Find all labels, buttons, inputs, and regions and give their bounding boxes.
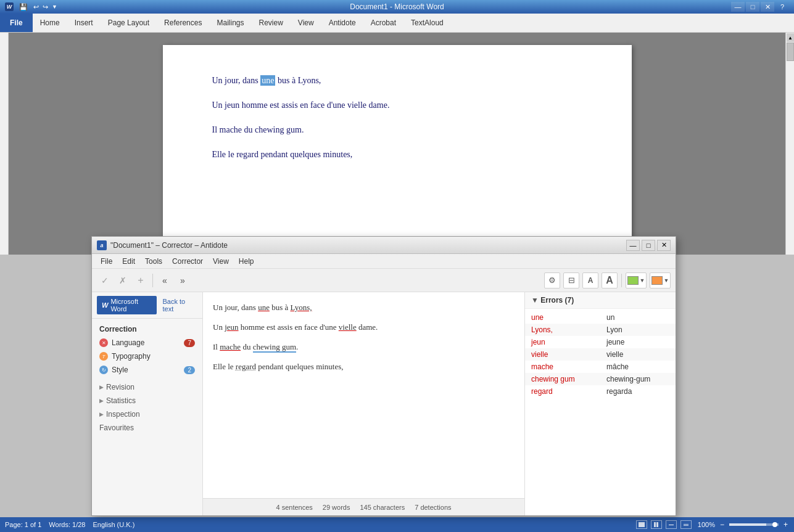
error-row-chewing[interactable]: chewing gum chewing-gum: [525, 373, 676, 385]
sidebar-item-typography[interactable]: T Typography: [92, 350, 202, 363]
maximize-button[interactable]: □: [746, 2, 759, 12]
error-row-une[interactable]: une un: [525, 311, 676, 324]
error-correction-vielle: vielle: [600, 348, 676, 361]
toolbar-accept-btn[interactable]: ✓: [97, 272, 113, 289]
layout-draft-icon[interactable]: [680, 520, 692, 529]
error-row-regard[interactable]: regard regarda: [525, 385, 676, 398]
sidebar-group-revision[interactable]: ▶ Revision: [92, 380, 202, 394]
toolbar-next-btn[interactable]: »: [175, 272, 191, 289]
antidote-menu-bar: File Edit Tools Corrector View Help: [92, 254, 676, 269]
toolbar-color-green-btn[interactable]: ▼: [626, 272, 647, 289]
word-nav-btn[interactable]: W Microsoft Word: [97, 296, 157, 314]
quick-access-arrow[interactable]: ▼: [52, 4, 57, 10]
quick-access-undo[interactable]: ↩: [33, 3, 39, 11]
revision-arrow-icon: ▶: [99, 384, 104, 390]
zoom-slider[interactable]: [729, 523, 779, 526]
antidote-text-panel: Un jour, dans une bus à Lyons, Un jeun h…: [203, 292, 524, 515]
antidote-minimize-button[interactable]: —: [626, 240, 640, 251]
tab-textaloud[interactable]: TextAloud: [403, 14, 451, 32]
toolbar-reject-btn[interactable]: ✗: [115, 272, 131, 289]
error-row-jeun[interactable]: jeun jeune: [525, 336, 676, 348]
toolbar-print-btn[interactable]: ⊟: [563, 272, 579, 289]
sidebar-group-inspection[interactable]: ▶ Inspection: [92, 407, 202, 421]
tab-file[interactable]: File: [0, 14, 33, 32]
sidebar-group-statistics[interactable]: ▶ Statistics: [92, 394, 202, 407]
zoom-decrease-btn[interactable]: −: [719, 520, 726, 529]
tab-home[interactable]: Home: [33, 14, 67, 32]
menu-file[interactable]: File: [96, 256, 117, 267]
word-icon: W: [5, 2, 14, 11]
doc-line-4: Elle le regard pendant quelques minutes,: [212, 150, 582, 160]
antidote-line-3: Il mache du chewing gum.: [213, 339, 515, 355]
window-title: Document1 - Microsoft Word: [350, 2, 444, 11]
toolbar-settings-btn[interactable]: ⚙: [544, 272, 560, 289]
ant-lyons: Lyons,: [291, 303, 312, 312]
ant-mache: mache: [220, 342, 241, 351]
status-language[interactable]: English (U.K.): [93, 521, 134, 528]
error-original-vielle: vielle: [525, 348, 600, 361]
tab-page-layout[interactable]: Page Layout: [101, 14, 157, 32]
errors-header: ▼: [531, 296, 540, 305]
sidebar-item-style[interactable]: ↻ Style 2: [92, 363, 202, 377]
menu-corrector[interactable]: Corrector: [167, 256, 208, 267]
close-button[interactable]: ✕: [761, 2, 774, 12]
inspection-arrow-icon: ▶: [99, 411, 104, 417]
style-icon: ↻: [99, 366, 108, 374]
status-page: Page: 1 of 1: [5, 521, 41, 528]
errors-list[interactable]: une un Lyons, Lyon jeun jeune vielle vie…: [525, 309, 676, 515]
layout-outline-icon[interactable]: [666, 520, 677, 529]
word-scrollbar[interactable]: ▲: [785, 33, 794, 255]
error-correction-mache: mâche: [600, 361, 676, 373]
menu-tools[interactable]: Tools: [140, 256, 167, 267]
tab-view[interactable]: View: [291, 14, 321, 32]
toolbar-color-orange-btn[interactable]: ▼: [650, 272, 671, 289]
menu-view[interactable]: View: [208, 256, 234, 267]
ant-une: une: [258, 303, 270, 312]
errors-header-row: ▼ Errors (7): [525, 292, 676, 309]
zoom-increase-btn[interactable]: +: [782, 520, 789, 529]
quick-access-redo[interactable]: ↪: [43, 3, 48, 11]
help-icon[interactable]: ?: [775, 2, 789, 12]
tab-mailings[interactable]: Mailings: [209, 14, 251, 32]
error-original-jeun: jeun: [525, 336, 600, 348]
toolbar-prev-btn[interactable]: «: [157, 272, 173, 289]
status-characters: 145 characters: [360, 504, 405, 511]
error-row-mache[interactable]: mache mâche: [525, 361, 676, 373]
doc-line-1: Un jour, dans une bus à Lyons,: [212, 76, 582, 86]
antidote-text-content[interactable]: Un jour, dans une bus à Lyons, Un jeun h…: [203, 292, 524, 498]
antidote-close-button[interactable]: ✕: [657, 240, 671, 251]
doc-line-3: Il mache du chewing gum.: [212, 125, 582, 135]
tab-review[interactable]: Review: [251, 14, 290, 32]
tab-acrobat[interactable]: Acrobat: [363, 14, 403, 32]
tab-antidote[interactable]: Antidote: [321, 14, 363, 32]
style-badge: 2: [184, 366, 195, 374]
typography-icon: T: [99, 352, 108, 361]
tab-references[interactable]: References: [157, 14, 209, 32]
layout-web-icon[interactable]: [651, 520, 662, 529]
minimize-button[interactable]: —: [731, 2, 745, 12]
error-correction-jeun: jeune: [600, 336, 676, 348]
toolbar-font-small-btn[interactable]: A: [582, 272, 598, 289]
sidebar-item-language[interactable]: ✕ Language 7: [92, 336, 202, 350]
error-original-mache: mache: [525, 361, 600, 373]
error-row-lyons[interactable]: Lyons, Lyon: [525, 324, 676, 336]
menu-edit[interactable]: Edit: [117, 256, 140, 267]
zoom-level: 100%: [698, 521, 715, 528]
toolbar-separator2: [621, 274, 622, 287]
status-detections: 7 detections: [415, 504, 451, 511]
menu-help[interactable]: Help: [234, 256, 259, 267]
sidebar-favourites[interactable]: Favourites: [92, 421, 202, 435]
ant-vielle: vielle: [339, 322, 357, 332]
highlight-une: une: [260, 75, 275, 86]
antidote-maximize-button[interactable]: □: [642, 240, 655, 251]
error-correction-une: un: [600, 311, 676, 324]
back-to-text-btn[interactable]: Back to text: [160, 296, 198, 314]
toolbar-add-btn[interactable]: +: [133, 272, 149, 289]
left-scrollbar: [0, 33, 9, 255]
quick-access-save[interactable]: 💾: [17, 2, 30, 12]
toolbar-font-large-btn[interactable]: A: [602, 272, 618, 289]
error-row-vielle[interactable]: vielle vielle: [525, 348, 676, 361]
error-correction-regard: regarda: [600, 385, 676, 398]
layout-print-icon[interactable]: [636, 520, 647, 529]
tab-insert[interactable]: Insert: [67, 14, 101, 32]
